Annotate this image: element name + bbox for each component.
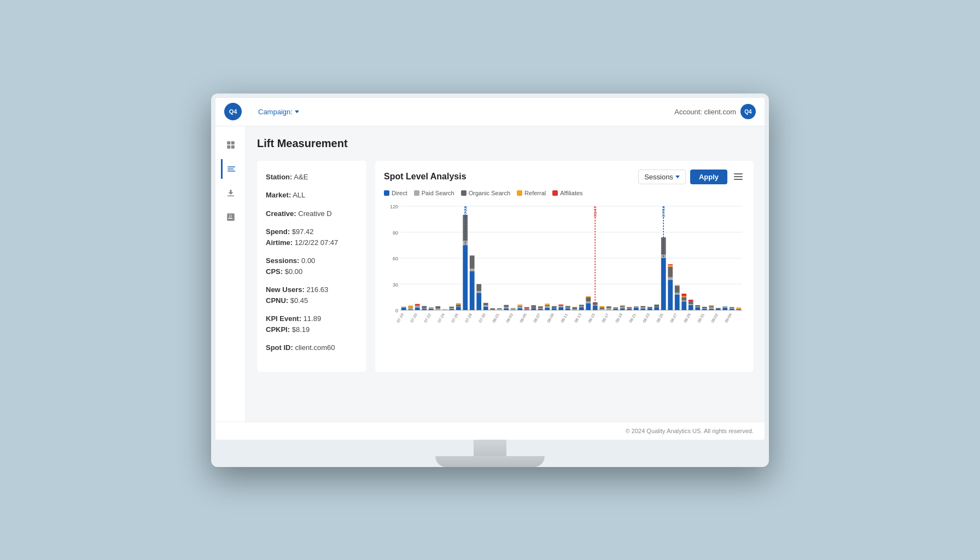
svg-rect-131 xyxy=(627,308,632,308)
svg-rect-89 xyxy=(545,304,550,305)
svg-rect-189 xyxy=(736,307,741,308)
svg-rect-130 xyxy=(627,308,632,309)
svg-rect-164 xyxy=(689,304,693,305)
new-users-row: New Users: 216.63CPNU: $0.45 xyxy=(266,284,358,306)
svg-rect-126 xyxy=(620,307,625,308)
left-panel: Station: A&E Market: ALL Creative: Creat… xyxy=(257,161,366,372)
right-panel: Spot Level Analysis Sessions Apply xyxy=(375,161,754,372)
chevron-down-icon xyxy=(295,110,299,113)
svg-rect-2 xyxy=(227,145,230,148)
svg-text:07-24: 07-24 xyxy=(437,312,445,323)
chart-menu-icon[interactable] xyxy=(732,171,745,182)
svg-rect-128 xyxy=(620,305,625,306)
sidebar-item-reports[interactable] xyxy=(221,207,241,227)
svg-rect-173 xyxy=(709,308,714,310)
svg-rect-80 xyxy=(531,306,536,308)
svg-rect-174 xyxy=(709,307,714,308)
station-row: Station: A&E xyxy=(266,172,358,183)
svg-rect-93 xyxy=(558,307,563,310)
chart-svg: 030609012007/2809/4707/5407-1907-2007-22… xyxy=(384,201,745,343)
svg-text:08-21: 08-21 xyxy=(628,312,637,323)
svg-text:07-28: 07-28 xyxy=(464,312,472,323)
svg-rect-94 xyxy=(558,306,563,307)
svg-rect-153 xyxy=(668,264,673,265)
sidebar xyxy=(215,126,246,422)
svg-rect-72 xyxy=(517,306,522,306)
svg-rect-180 xyxy=(722,307,727,310)
svg-rect-119 xyxy=(606,310,611,310)
svg-text:08-09: 08-09 xyxy=(546,312,555,323)
svg-rect-185 xyxy=(730,307,734,308)
svg-rect-98 xyxy=(565,307,570,308)
campaign-label: Campaign: xyxy=(258,108,293,116)
svg-rect-69 xyxy=(511,308,516,308)
svg-rect-117 xyxy=(599,307,604,309)
svg-rect-48 xyxy=(470,271,475,310)
svg-text:90: 90 xyxy=(393,230,398,235)
svg-rect-155 xyxy=(675,293,680,294)
svg-rect-116 xyxy=(599,309,604,310)
svg-rect-177 xyxy=(716,308,721,310)
svg-rect-0 xyxy=(227,141,230,144)
svg-rect-42 xyxy=(456,306,461,307)
svg-rect-3 xyxy=(231,145,234,148)
svg-rect-152 xyxy=(668,265,673,266)
svg-text:60: 60 xyxy=(393,256,398,261)
svg-rect-92 xyxy=(552,306,557,307)
svg-text:09-04: 09-04 xyxy=(724,312,732,323)
svg-rect-55 xyxy=(483,305,488,306)
svg-rect-109 xyxy=(586,301,591,303)
svg-rect-33 xyxy=(435,308,440,310)
svg-rect-127 xyxy=(620,306,625,307)
sessions-dropdown[interactable]: Sessions xyxy=(638,170,686,184)
svg-rect-186 xyxy=(736,309,741,310)
svg-text:07-30: 07-30 xyxy=(478,312,486,323)
svg-rect-90 xyxy=(552,308,557,310)
svg-rect-50 xyxy=(470,255,475,269)
svg-rect-158 xyxy=(681,301,686,310)
svg-rect-140 xyxy=(648,308,652,310)
svg-rect-108 xyxy=(586,303,591,310)
svg-rect-122 xyxy=(613,308,618,310)
svg-rect-77 xyxy=(524,307,529,308)
svg-rect-29 xyxy=(429,308,434,310)
svg-rect-53 xyxy=(476,284,481,291)
campaign-dropdown[interactable]: Campaign: xyxy=(253,104,305,119)
svg-rect-166 xyxy=(689,300,693,301)
svg-rect-100 xyxy=(572,310,577,310)
svg-rect-74 xyxy=(524,309,529,310)
svg-rect-150 xyxy=(668,277,673,279)
footer-text: © 2024 Quality Analytics US. All rights … xyxy=(626,428,754,434)
svg-text:120: 120 xyxy=(390,204,398,209)
svg-rect-156 xyxy=(675,285,680,293)
sidebar-item-downloads[interactable] xyxy=(221,183,241,203)
avatar: Q4 xyxy=(740,104,756,119)
svg-rect-161 xyxy=(681,296,686,297)
svg-rect-133 xyxy=(634,307,639,310)
apply-button[interactable]: Apply xyxy=(690,170,727,184)
svg-rect-43 xyxy=(456,304,461,306)
svg-rect-83 xyxy=(538,308,543,308)
svg-text:09/47: 09/47 xyxy=(593,206,598,217)
svg-text:07-20: 07-20 xyxy=(410,312,418,323)
svg-text:07/28: 07/28 xyxy=(463,206,468,217)
svg-rect-22 xyxy=(415,307,420,310)
sidebar-item-dashboard[interactable] xyxy=(221,135,241,155)
svg-text:08-13: 08-13 xyxy=(574,312,582,323)
creative-row: Creative: Creative D xyxy=(266,208,358,219)
svg-rect-111 xyxy=(586,296,591,297)
svg-rect-86 xyxy=(545,307,550,310)
svg-rect-123 xyxy=(613,308,618,309)
chevron-down-icon xyxy=(675,176,680,178)
svg-rect-66 xyxy=(504,305,509,307)
svg-rect-20 xyxy=(408,306,413,307)
svg-text:08-11: 08-11 xyxy=(560,312,568,323)
svg-rect-135 xyxy=(634,306,639,307)
content-area: Lift Measurement Station: A&E Market: AL… xyxy=(246,126,765,422)
svg-rect-18 xyxy=(408,307,413,309)
svg-rect-81 xyxy=(531,305,536,306)
svg-rect-14 xyxy=(401,307,406,310)
spend-row: Spend: $97.42Airtime: 12/2/22 07:47 xyxy=(266,226,358,248)
sidebar-item-lift-measurement[interactable] xyxy=(221,159,241,179)
svg-rect-106 xyxy=(579,306,584,307)
